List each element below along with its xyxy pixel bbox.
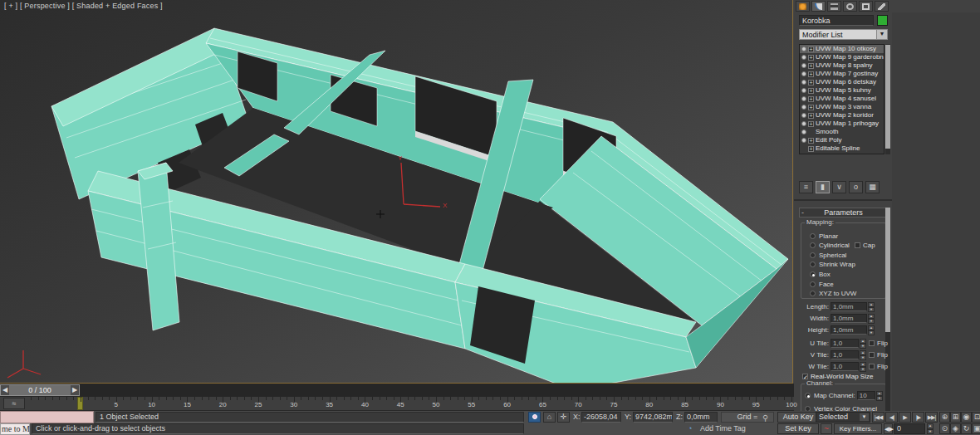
zoom-button[interactable]: ⊕ (939, 412, 950, 423)
time-slider-track[interactable]: ◀ 0 / 100 ▶ (0, 384, 794, 397)
modifier-visibility-bulb-icon[interactable] (801, 55, 806, 60)
field-of-view-button[interactable]: ◈ (950, 423, 961, 434)
modifier-stack-item[interactable]: +UVW Map 4 sanusel (800, 95, 884, 103)
x-coord-field[interactable]: -26058,04 (581, 412, 621, 423)
expand-icon[interactable]: + (808, 55, 814, 61)
expand-icon[interactable]: + (808, 63, 814, 69)
spinner[interactable]: ▲▼ (868, 302, 875, 311)
show-end-result-button[interactable]: ▮ (816, 181, 830, 193)
modifier-visibility-bulb-icon[interactable] (801, 138, 806, 143)
maximize-viewport-button[interactable]: ▣ (972, 423, 980, 434)
next-frame-button[interactable]: |▶ (912, 412, 924, 423)
value-field[interactable]: 1,0 (831, 339, 859, 348)
tab-create[interactable] (796, 1, 810, 12)
radio-icon[interactable] (810, 261, 816, 267)
macro-recorder-field[interactable] (0, 411, 94, 423)
maxscript-mini-listener[interactable]: me to M (0, 423, 30, 435)
modifier-stack-item[interactable]: +UVW Map 2 koridor (800, 111, 884, 120)
radio-icon[interactable] (810, 291, 816, 296)
flip-row[interactable]: Flip (869, 340, 888, 347)
modifier-visibility-bulb-icon[interactable] (801, 46, 806, 51)
zoom-extents-button[interactable]: ◉ (961, 412, 972, 423)
z-coord-field[interactable]: 0,0mm (684, 412, 718, 423)
pin-stack-button[interactable]: ≡ (799, 181, 813, 193)
modifier-stack-item[interactable]: +Edit Poly (800, 136, 884, 144)
key-mode-toggle[interactable]: ◀▶ (884, 423, 893, 434)
orbit-button[interactable]: ↻ (961, 423, 972, 434)
value-field[interactable]: 1,0 (831, 362, 859, 371)
spinner[interactable]: ▲▼ (860, 350, 866, 359)
expand-icon[interactable]: + (808, 80, 814, 86)
modifier-stack-item[interactable]: +UVW Map 1 prihogay (800, 120, 884, 128)
configure-modifier-sets-button[interactable]: ▦ (865, 181, 880, 193)
expand-icon[interactable]: + (808, 46, 814, 52)
tab-utilities[interactable] (875, 1, 889, 12)
spinner[interactable]: ▲▼ (868, 314, 875, 323)
mapping-option-xyz-to-uvw[interactable]: XYZ to UVW (810, 290, 856, 298)
expand-icon[interactable]: + (808, 71, 814, 77)
modifier-stack-item[interactable]: +UVW Map 6 detskay (800, 78, 884, 86)
auto-key-button[interactable]: Auto Key (777, 412, 819, 423)
flip-checkbox[interactable] (869, 352, 875, 358)
expand-icon[interactable]: + (808, 138, 814, 144)
expand-icon[interactable]: + (808, 121, 814, 127)
perspective-viewport[interactable]: Y X [ + ] [ Perspective ] [ Shaded + Edg… (0, 0, 793, 384)
object-name-field[interactable]: Korobka (799, 15, 874, 26)
modifier-stack-item[interactable]: +UVW Map 5 kuhny (800, 86, 884, 95)
modifier-visibility-bulb-icon[interactable] (801, 80, 806, 85)
modifier-stack[interactable]: +UVW Map 10 otkosy+UVW Map 9 garderobnay… (799, 44, 884, 154)
time-slider-handle[interactable]: ◀ 0 / 100 ▶ (0, 384, 80, 396)
real-world-checkbox[interactable]: ✓ (802, 374, 808, 379)
mapping-option-cylindrical[interactable]: CylindricalCap (810, 242, 875, 250)
set-key-button[interactable]: Set Key (777, 423, 819, 434)
tab-motion[interactable] (843, 1, 857, 12)
new-key-curve-icon[interactable]: ~ (821, 423, 832, 434)
flip-checkbox[interactable] (869, 340, 875, 346)
go-to-end-button[interactable]: ▶▶| (925, 412, 938, 423)
make-unique-button[interactable]: ∨ (832, 181, 846, 193)
radio-icon[interactable] (810, 271, 816, 277)
cap-checkbox[interactable] (855, 242, 860, 248)
tab-display[interactable] (859, 1, 873, 12)
play-button[interactable]: ▶ (899, 412, 911, 423)
next-frame-arrow[interactable]: ▶ (71, 385, 79, 395)
flip-row[interactable]: Flip (869, 363, 888, 370)
mini-curve-editor-button[interactable]: ≈ (3, 398, 25, 409)
map-channel-radio[interactable] (805, 393, 811, 398)
parameters-scrollbar[interactable] (885, 208, 890, 411)
isolate-selection-toggle[interactable] (528, 412, 541, 423)
spinner[interactable]: ▲▼ (860, 362, 866, 371)
mapping-option-planar[interactable]: Planar (810, 232, 838, 240)
modifier-stack-item[interactable]: +Editable Spline (800, 144, 884, 153)
modifier-visibility-bulb-icon[interactable] (801, 71, 806, 76)
frame-spinner[interactable]: ▲▼ (927, 423, 933, 434)
key-filters-button[interactable]: Key Filters... (834, 423, 882, 434)
mapping-option-box[interactable]: Box (810, 270, 831, 278)
map-channel-field[interactable]: 10 (857, 391, 875, 400)
expand-icon[interactable]: + (808, 146, 814, 152)
absolute-mode-toggle[interactable]: ✛ (557, 412, 570, 423)
expand-icon[interactable]: + (808, 96, 814, 102)
go-to-start-button[interactable]: |◀◀ (872, 412, 884, 423)
modifier-list-dropdown[interactable]: Modifier List▼ (799, 29, 888, 40)
value-field[interactable]: 1,0mm (831, 314, 867, 323)
previous-frame-arrow[interactable]: ◀ (1, 385, 9, 395)
radio-icon[interactable] (810, 233, 816, 239)
modifier-visibility-bulb-icon[interactable] (801, 105, 806, 110)
modifier-stack-item[interactable]: +UVW Map 8 spalny (800, 61, 884, 70)
modifier-stack-item[interactable]: +UVW Map 9 garderobnay (800, 53, 884, 61)
expand-icon[interactable]: + (808, 105, 814, 110)
tab-hierarchy[interactable] (827, 1, 841, 12)
expand-icon[interactable]: + (808, 113, 814, 119)
map-channel-spinner[interactable]: ▲▼ (876, 391, 883, 400)
y-coord-field[interactable]: 9742,082m (633, 412, 673, 423)
value-field[interactable]: 1,0 (831, 350, 859, 359)
modifier-visibility-bulb-icon[interactable] (801, 121, 806, 126)
selection-lock-toggle[interactable]: ⌂ (543, 412, 556, 423)
track-bar[interactable]: ≈ 51015202530354045505560657075808590951… (0, 397, 794, 411)
mapping-option-spherical[interactable]: Spherical (810, 251, 846, 259)
zoom-all-button[interactable]: ⊞ (950, 412, 961, 423)
flip-row[interactable]: Flip (869, 351, 888, 359)
modifier-stack-item[interactable]: +UVW Map 7 gostinay (800, 70, 884, 78)
modifier-visibility-bulb-icon[interactable] (801, 96, 806, 101)
